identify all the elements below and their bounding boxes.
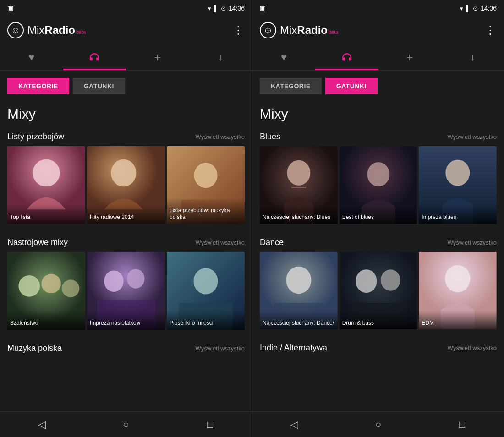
card-label: Lista przebojów: muzyka polska xyxy=(167,198,245,224)
album-card[interactable]: Piosenki o milosci xyxy=(167,252,245,330)
section-title: Dance xyxy=(260,238,284,247)
category-bar: KATEGORIEGATUNKI xyxy=(252,71,504,100)
category-btn-kategorie[interactable]: KATEGORIE xyxy=(260,78,322,94)
album-card[interactable]: Hity radiowe 2014 xyxy=(87,146,165,224)
items-row: Top lista Hity radiowe 2014 xyxy=(0,146,252,231)
svg-point-1 xyxy=(33,159,60,187)
card-image: Best of blues xyxy=(340,146,417,224)
bottom-nav: ◁○□ xyxy=(252,411,504,437)
card-image: Szaleństwo xyxy=(7,252,85,330)
status-time: 14:36 xyxy=(481,5,497,12)
card-image: Najczesciej sluchany: Dance/ xyxy=(260,252,338,330)
home-button[interactable]: ○ xyxy=(365,419,392,431)
view-all-button[interactable]: Wyświetl wszystko xyxy=(447,344,497,351)
card-label: Impreza nastolatków xyxy=(87,311,165,330)
back-button[interactable]: ◁ xyxy=(281,419,308,431)
download-icon: ↓ xyxy=(218,51,223,63)
category-btn-gatunki[interactable]: GATUNKI xyxy=(325,78,378,94)
album-card[interactable]: EDM xyxy=(419,252,497,330)
svg-point-5 xyxy=(194,163,218,188)
header-menu-button[interactable]: ⋮ xyxy=(485,24,497,37)
mixes-tab[interactable] xyxy=(63,44,126,70)
card-image: Piosenki o milosci xyxy=(167,252,245,330)
screenshot-icon: ▣ xyxy=(260,5,266,12)
view-all-button[interactable]: Wyświetl wszystko xyxy=(195,345,245,352)
svg-point-30 xyxy=(381,269,400,291)
card-label: EDM xyxy=(419,311,497,330)
section-0: Listy przebojów Wyświetl wszystko Top li… xyxy=(0,126,252,231)
add-tab[interactable]: + xyxy=(378,44,441,70)
download-tab[interactable]: ↓ xyxy=(189,44,252,70)
card-image: Impreza nastolatków xyxy=(87,252,165,330)
album-card[interactable]: Best of blues xyxy=(340,146,417,224)
beta-label: beta xyxy=(329,29,338,35)
signal-icon: ▌ xyxy=(466,5,470,12)
album-card[interactable]: Impreza blues xyxy=(419,146,497,224)
view-all-button[interactable]: Wyświetl wszystko xyxy=(195,239,245,246)
card-label: Hity radiowe 2014 xyxy=(87,205,165,224)
view-all-button[interactable]: Wyświetl wszystko xyxy=(447,133,497,140)
headphones-icon xyxy=(341,52,353,62)
logo-radio: Radio xyxy=(44,24,75,37)
view-all-button[interactable]: Wyświetl wszystko xyxy=(447,239,497,246)
card-label: Impreza blues xyxy=(419,205,497,224)
album-card[interactable]: Najczesciej sluchany: Dance/ xyxy=(260,252,338,330)
album-card[interactable]: Najczesciej sluchany: Blues xyxy=(260,146,338,224)
album-card[interactable]: Lista przebojów: muzyka polska xyxy=(167,146,245,224)
wifi-icon: ▾ xyxy=(208,5,211,12)
section-header: Dance Wyświetl wszystko xyxy=(252,231,504,252)
heart-icon: ♥ xyxy=(281,51,287,63)
tab-bar: ♥ +↓ xyxy=(0,44,252,71)
svg-point-24 xyxy=(446,160,470,186)
svg-point-3 xyxy=(111,159,136,187)
svg-point-9 xyxy=(41,274,61,294)
svg-point-33 xyxy=(445,265,471,292)
card-label: Top lista xyxy=(7,205,85,224)
category-btn-kategorie[interactable]: KATEGORIE xyxy=(7,78,69,94)
bottom-nav: ◁○□ xyxy=(0,411,252,437)
svg-point-19 xyxy=(287,160,310,186)
logo-mix: Mix xyxy=(27,24,44,37)
section-title: Muzyka polska xyxy=(7,344,62,353)
view-all-button[interactable]: Wyświetl wszystko xyxy=(195,133,245,140)
section-title: Listy przebojów xyxy=(7,132,64,142)
status-right: ▾ ▌ ⊙ 14:36 xyxy=(460,5,497,12)
category-btn-gatunki[interactable]: GATUNKI xyxy=(73,78,125,94)
plus-icon: + xyxy=(406,51,413,63)
section-header: Indie / Alternatywa Wyświetl wszystko xyxy=(252,337,504,357)
section-header: Nastrojowe mixy Wyświetl wszystko xyxy=(0,231,252,252)
app-title: MixRadiobeta xyxy=(27,24,86,37)
lock-icon: ⊙ xyxy=(221,5,226,12)
signal-icon: ▌ xyxy=(214,5,218,12)
logo-area: ☺ MixRadiobeta xyxy=(260,22,338,38)
add-tab[interactable]: + xyxy=(126,44,189,70)
home-button[interactable]: ○ xyxy=(112,419,140,431)
app-header: ☺ MixRadiobeta ⋮ xyxy=(0,16,252,44)
recents-button[interactable]: □ xyxy=(196,419,224,431)
status-left: ▣ xyxy=(7,5,13,12)
album-card[interactable]: Top lista xyxy=(7,146,85,224)
card-image: Lista przebojów: muzyka polska xyxy=(167,146,245,224)
recents-button[interactable]: □ xyxy=(449,419,476,431)
svg-point-12 xyxy=(104,270,124,292)
album-card[interactable]: Szaleństwo xyxy=(7,252,85,330)
items-row: Najczesciej sluchany: Dance/ Drum & bass xyxy=(252,252,504,337)
status-right: ▾ ▌ ⊙ 14:36 xyxy=(208,5,245,12)
download-tab[interactable]: ↓ xyxy=(441,44,504,70)
section-2: Indie / Alternatywa Wyświetl wszystko xyxy=(252,337,504,357)
favorites-tab[interactable]: ♥ xyxy=(252,44,315,70)
card-image: Top lista xyxy=(7,146,85,224)
header-menu-button[interactable]: ⋮ xyxy=(233,24,245,37)
logo-area: ☺ MixRadiobeta xyxy=(7,22,86,38)
lock-icon: ⊙ xyxy=(473,5,478,12)
mixes-tab[interactable] xyxy=(315,44,378,70)
album-card[interactable]: Drum & bass xyxy=(340,252,417,330)
card-image: Hity radiowe 2014 xyxy=(87,146,165,224)
section-2: Muzyka polska Wyświetl wszystko xyxy=(0,337,252,358)
download-icon: ↓ xyxy=(470,51,475,63)
back-button[interactable]: ◁ xyxy=(28,419,56,431)
album-card[interactable]: Impreza nastolatków xyxy=(87,252,165,330)
card-label: Najczesciej sluchany: Blues xyxy=(260,205,338,224)
card-image: EDM xyxy=(419,252,497,330)
favorites-tab[interactable]: ♥ xyxy=(0,44,63,70)
